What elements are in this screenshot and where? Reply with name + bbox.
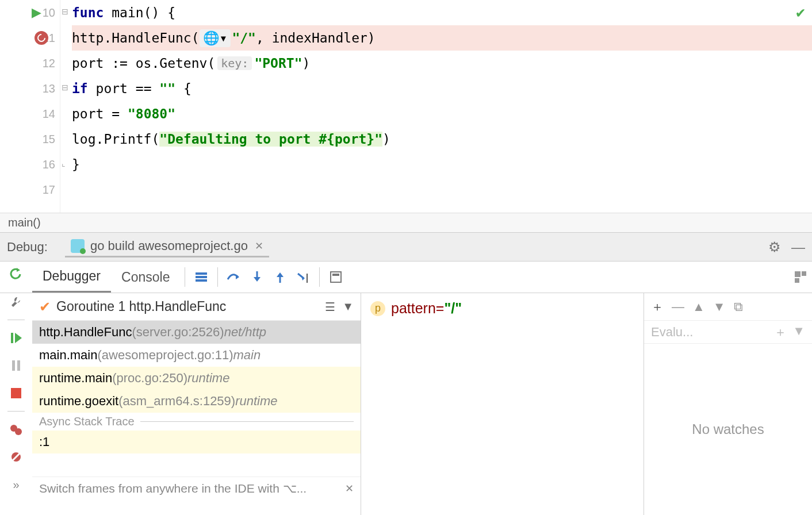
code-token: ) [302,56,311,71]
separator [217,267,218,287]
run-config-tab[interactable]: go build awesomeproject.go ✕ [65,236,269,258]
frames-header: ✔ Goroutine 1 http.HandleFunc ☰ ▼ [32,293,361,321]
frames-panel: ✔ Goroutine 1 http.HandleFunc ☰ ▼ http.H… [32,293,361,515]
settings-icon[interactable]: ⚙ [768,239,781,255]
no-watches-text: No watches [644,344,812,515]
dropdown-icon[interactable]: ▼ [342,300,354,313]
variable-row[interactable]: p pattern = "/" [370,300,634,317]
code-token: "Defaulting to port #{port}" [159,132,382,147]
tab-console[interactable]: Console [111,263,180,292]
rerun-icon[interactable] [6,264,26,284]
code-area[interactable]: ✔ func main() { http.HandleFunc(🌐▾"/", i… [72,0,812,213]
tip-text: Switch frames from anywhere in the IDE w… [39,482,307,495]
globe-icon[interactable]: 🌐▾ [200,29,231,47]
param-badge-icon: p [370,301,385,316]
line-number: 15 [43,133,55,146]
add-watch-icon[interactable]: ＋ [651,298,664,316]
evaluate-input[interactable]: Evalu... ＋▼ [644,321,812,344]
filter-icon[interactable]: ☰ [325,300,335,314]
resume-icon[interactable] [6,328,26,348]
stop-icon[interactable] [6,383,26,403]
frame-loc: (awesomeproject.go:11) [97,348,233,363]
fold-start-icon[interactable]: ⊟ [62,83,68,92]
threads-icon[interactable] [190,266,213,289]
debug-toolbar: Debug: go build awesomeproject.go ✕ ⚙ — [0,232,812,261]
pause-icon[interactable] [6,356,26,375]
code-token: { [175,81,191,96]
watches-toolbar: ＋ — ▲ ▼ ⧉ [644,293,812,321]
fold-end-icon[interactable]: ⌞ [62,159,66,168]
step-out-icon[interactable] [269,266,292,289]
code-token: main() { [104,5,175,20]
svg-rect-1 [196,276,207,278]
separator [185,267,185,287]
svg-rect-2 [196,279,207,282]
close-tab-icon[interactable]: ✕ [255,240,263,252]
frame-loc: (asm_arm64.s:1259) [118,394,235,409]
inspection-ok-icon[interactable]: ✔ [796,3,805,21]
svg-rect-8 [795,271,800,277]
fold-start-icon[interactable]: ⊟ [62,7,68,16]
chevron-down-icon[interactable]: ▼ [792,324,805,341]
run-to-cursor-icon[interactable] [292,266,315,289]
wrench-icon[interactable] [6,292,26,312]
svg-rect-12 [12,360,15,371]
view-breakpoints-icon[interactable] [6,420,26,439]
frame-row [32,453,361,476]
debug-label: Debug: [7,240,48,255]
frame-row[interactable]: :1 [32,431,361,453]
move-up-icon[interactable]: ▲ [692,299,705,314]
line-number: 10 [43,6,55,20]
remove-watch-icon[interactable]: — [672,299,684,314]
frame-row[interactable]: main.main (awesomeproject.go:11) main [32,344,361,367]
frame-pkg: main [233,348,261,363]
frame-text: :1 [39,435,49,449]
code-token: port = [72,106,128,121]
eval-placeholder: Evalu... [651,325,693,340]
code-token: ) [382,132,390,147]
frame-row[interactable]: runtime.main (proc.go:250) runtime [32,367,361,390]
line-number: 16 [43,158,55,171]
frame-loc: (proc.go:250) [112,371,187,386]
svg-rect-6 [331,272,341,282]
breakpoint-icon[interactable] [35,31,48,45]
breadcrumb-item[interactable]: main() [8,216,41,229]
step-over-icon[interactable] [223,266,246,289]
debug-tabs-toolbar: Debugger Console [0,261,812,293]
move-down-icon[interactable]: ▼ [713,299,726,314]
gutter: ▶10 11 12 13 14 15 16 17 [0,0,60,213]
line-number: 12 [43,57,55,70]
frame-fn: runtime.goexit [39,394,118,409]
code-token: port := os.Getenv( [72,56,215,71]
param-hint: key: [217,56,252,70]
frame-loc: (server.go:2526) [132,325,224,340]
separator [7,320,25,320]
close-tip-icon[interactable]: ✕ [345,482,354,495]
minimize-icon[interactable]: — [791,239,805,255]
svg-point-16 [15,428,22,435]
code-token: port == [88,81,160,96]
breakpoint-line[interactable]: http.HandleFunc(🌐▾"/", indexHandler) [72,25,812,51]
copy-icon[interactable]: ⧉ [734,299,743,314]
goroutine-title[interactable]: Goroutine 1 http.HandleFunc [56,299,318,314]
line-number: 17 [43,183,55,197]
svg-rect-9 [802,271,806,276]
frame-row[interactable]: http.HandleFunc (server.go:2526) net/htt… [32,321,361,344]
frame-row[interactable]: runtime.goexit (asm_arm64.s:1259) runtim… [32,390,361,413]
run-gutter-icon[interactable]: ▶ [32,5,41,20]
breadcrumb[interactable]: main() [0,213,812,232]
evaluate-icon[interactable] [324,266,347,289]
variables-panel[interactable]: p pattern = "/" [361,293,644,515]
run-config-name: go build awesomeproject.go [90,239,248,253]
code-token: "8080" [128,106,175,121]
more-icon[interactable]: » [6,475,26,494]
layout-icon[interactable] [789,266,812,289]
code-token: log.Printf( [72,132,159,147]
mute-breakpoints-icon[interactable] [6,447,26,467]
separator [319,267,320,287]
tip-row: Switch frames from anywhere in the IDE w… [32,476,361,499]
add-icon[interactable]: ＋ [774,324,787,341]
step-into-icon[interactable] [246,266,269,289]
svg-rect-10 [795,278,799,283]
tab-debugger[interactable]: Debugger [32,262,111,293]
